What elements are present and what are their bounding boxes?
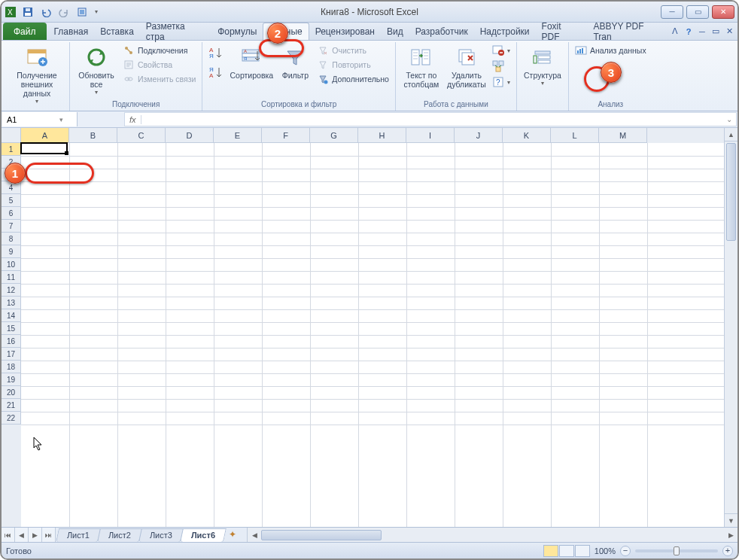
row-header[interactable]: 13 bbox=[2, 297, 21, 309]
zoom-level[interactable]: 100% bbox=[595, 546, 616, 555]
sheet-tab[interactable]: Лист1 bbox=[56, 528, 101, 542]
sheet-nav-next[interactable]: ▶ bbox=[29, 528, 42, 542]
column-header[interactable]: B bbox=[69, 128, 117, 143]
vertical-scroll-thumb[interactable] bbox=[726, 143, 736, 241]
tab-abbyy[interactable]: ABBYY PDF Tran bbox=[587, 23, 670, 40]
qat-extra-icon[interactable] bbox=[74, 4, 90, 20]
vertical-scrollbar[interactable]: ▲ ▼ bbox=[724, 128, 737, 527]
tab-file[interactable]: Файл bbox=[3, 23, 47, 40]
scroll-up-icon[interactable]: ▲ bbox=[725, 128, 737, 142]
tab-foxit[interactable]: Foxit PDF bbox=[536, 23, 588, 40]
cells-area[interactable] bbox=[21, 143, 724, 527]
active-cell[interactable] bbox=[20, 142, 68, 154]
sheet-nav-prev[interactable]: ◀ bbox=[15, 528, 29, 542]
row-header[interactable]: 22 bbox=[2, 412, 21, 425]
zoom-thumb[interactable] bbox=[674, 546, 680, 555]
tab-addins[interactable]: Надстройки bbox=[474, 23, 536, 40]
column-header[interactable]: H bbox=[358, 128, 406, 143]
get-external-data-button[interactable]: Получение внешних данных ▾ bbox=[9, 44, 65, 106]
fx-icon[interactable]: fx bbox=[125, 115, 141, 124]
column-header[interactable]: D bbox=[166, 128, 214, 143]
name-box-dropdown-icon[interactable]: ▾ bbox=[55, 116, 67, 123]
maximize-button[interactable]: ▭ bbox=[686, 5, 709, 19]
column-header[interactable]: L bbox=[551, 128, 599, 143]
tab-review[interactable]: Рецензирован bbox=[309, 23, 381, 40]
new-sheet-button[interactable]: ✦ bbox=[224, 528, 241, 542]
row-header[interactable]: 4 bbox=[2, 181, 21, 194]
sheet-tab[interactable]: Лист2 bbox=[97, 528, 142, 542]
select-all-corner[interactable] bbox=[2, 128, 21, 143]
whatif-button[interactable]: ?▾ bbox=[491, 75, 512, 89]
save-icon[interactable] bbox=[20, 4, 36, 20]
undo-icon[interactable] bbox=[38, 4, 54, 20]
row-header[interactable]: 12 bbox=[2, 284, 21, 297]
workbook-close-icon[interactable]: ✕ bbox=[724, 26, 734, 37]
qat-customize-icon[interactable]: ▾ bbox=[92, 4, 101, 20]
row-header[interactable]: 8 bbox=[2, 233, 21, 245]
column-header[interactable]: J bbox=[455, 128, 503, 143]
redo-icon[interactable] bbox=[56, 4, 72, 20]
advanced-filter-button[interactable]: Дополнительно bbox=[315, 72, 391, 86]
column-header[interactable]: E bbox=[214, 128, 262, 143]
tab-pagelayout[interactable]: Разметка стра bbox=[140, 23, 211, 40]
row-header[interactable]: 14 bbox=[2, 309, 21, 322]
tab-view[interactable]: Вид bbox=[381, 23, 409, 40]
data-analysis-button[interactable]: Анализ данных bbox=[573, 44, 648, 57]
text-to-columns-button[interactable]: Текст по столбцам bbox=[400, 44, 442, 90]
row-header[interactable]: 9 bbox=[2, 245, 21, 258]
formula-input[interactable] bbox=[141, 115, 722, 124]
refresh-all-button[interactable]: Обновить все ▾ bbox=[75, 44, 118, 97]
sheet-tab[interactable]: Лист6 bbox=[180, 528, 227, 542]
column-header[interactable]: M bbox=[599, 128, 647, 143]
row-header[interactable]: 16 bbox=[2, 335, 21, 348]
data-validation-button[interactable]: ▾ bbox=[491, 44, 512, 57]
column-header[interactable]: G bbox=[310, 128, 358, 143]
scroll-right-icon[interactable]: ▶ bbox=[724, 531, 737, 539]
minimize-button[interactable]: ─ bbox=[661, 5, 683, 19]
zoom-out-button[interactable]: − bbox=[620, 546, 631, 556]
row-header[interactable]: 17 bbox=[2, 348, 21, 361]
zoom-in-button[interactable]: + bbox=[722, 546, 733, 556]
tab-developer[interactable]: Разработчик bbox=[409, 23, 474, 40]
sort-button[interactable]: АЯ Сортировка bbox=[228, 44, 275, 81]
consolidate-button[interactable] bbox=[491, 59, 512, 73]
minimize-ribbon-icon[interactable]: ᐱ bbox=[670, 26, 680, 37]
row-header[interactable]: 5 bbox=[2, 194, 21, 207]
column-header[interactable]: I bbox=[406, 128, 455, 143]
sort-desc-button[interactable]: ЯА bbox=[207, 63, 225, 81]
workbook-minimize-icon[interactable]: ─ bbox=[697, 26, 707, 37]
row-header[interactable]: 1 bbox=[2, 143, 21, 156]
row-header[interactable]: 11 bbox=[2, 271, 21, 284]
sheet-tab[interactable]: Лист3 bbox=[138, 528, 184, 542]
horizontal-scrollbar[interactable]: ◀ ▶ bbox=[247, 528, 737, 542]
sort-asc-button[interactable]: АЯ bbox=[207, 44, 225, 62]
formula-expand-icon[interactable]: ⌄ bbox=[722, 115, 736, 123]
help-icon[interactable]: ? bbox=[683, 26, 694, 37]
row-header[interactable]: 15 bbox=[2, 322, 21, 335]
row-header[interactable]: 19 bbox=[2, 373, 21, 386]
horizontal-scroll-thumb[interactable] bbox=[261, 530, 382, 540]
column-header[interactable]: F bbox=[262, 128, 310, 143]
sheet-nav-first[interactable]: ⏮ bbox=[2, 528, 15, 542]
scroll-down-icon[interactable]: ▼ bbox=[725, 513, 737, 527]
row-header[interactable]: 7 bbox=[2, 220, 21, 233]
tab-insert[interactable]: Вставка bbox=[94, 23, 140, 40]
row-header[interactable]: 21 bbox=[2, 399, 21, 412]
tab-formulas[interactable]: Формулы bbox=[211, 23, 263, 40]
row-header[interactable]: 20 bbox=[2, 386, 21, 399]
column-header[interactable]: K bbox=[503, 128, 551, 143]
outline-button[interactable]: Структура ▾ bbox=[522, 44, 564, 88]
row-header[interactable]: 18 bbox=[2, 361, 21, 373]
column-header[interactable]: A bbox=[21, 128, 69, 143]
view-pagebreak-button[interactable] bbox=[575, 545, 590, 557]
remove-duplicates-button[interactable]: Удалить дубликаты bbox=[446, 44, 488, 90]
column-header[interactable]: C bbox=[117, 128, 166, 143]
tab-home[interactable]: Главная bbox=[48, 23, 95, 40]
row-header[interactable]: 10 bbox=[2, 258, 21, 271]
connections-button[interactable]: Подключения bbox=[121, 44, 197, 57]
close-button[interactable]: ✕ bbox=[712, 5, 734, 19]
workbook-restore-icon[interactable]: ▭ bbox=[710, 26, 721, 37]
zoom-slider[interactable] bbox=[635, 549, 718, 552]
view-pagelayout-button[interactable] bbox=[559, 545, 574, 557]
sheet-nav-last[interactable]: ⏭ bbox=[42, 528, 56, 542]
